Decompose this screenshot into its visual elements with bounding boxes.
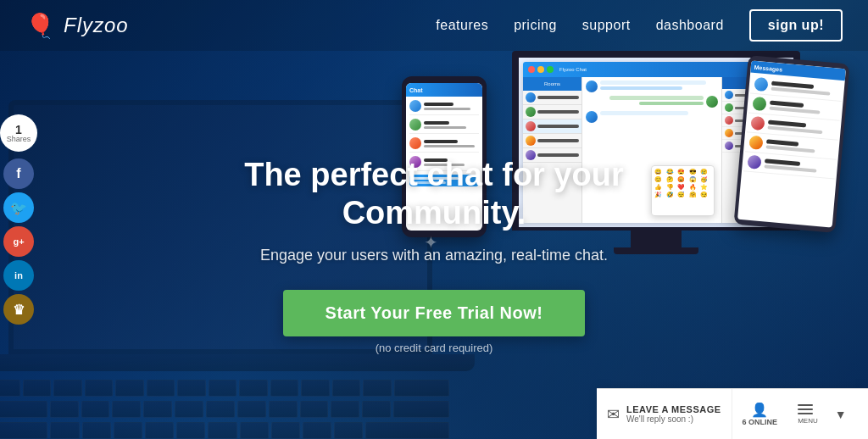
widget-chevron-button[interactable]: ▼ [828, 408, 854, 421]
nav-pricing[interactable]: pricing [514, 18, 557, 33]
widget-online-section: 👤 6 ONLINE [732, 402, 788, 426]
nav-links: features pricing support dashboard sign … [436, 9, 843, 42]
online-count: 6 ONLINE [743, 418, 778, 426]
widget-menu-button[interactable]: MENU [787, 404, 828, 425]
cta-subtext: (no credit card required) [376, 342, 493, 354]
menu-line-2 [798, 408, 813, 410]
logo-text: Flyzoo [64, 14, 129, 37]
hero-content: The perfect chat for your Community. Eng… [0, 156, 868, 354]
cta-button[interactable]: Start Your Free Trial Now! [283, 290, 586, 336]
shares-badge: 1 Shares [0, 114, 37, 152]
shares-label: Shares [7, 136, 31, 143]
widget-subtitle: We'll reply soon :) [626, 414, 721, 424]
signup-button[interactable]: sign up! [749, 9, 843, 42]
widget-message-section[interactable]: ✉ LEAVE A MESSAGE We'll reply soon :) [597, 389, 732, 439]
chat-widget: ✉ LEAVE A MESSAGE We'll reply soon :) 👤 … [597, 388, 868, 439]
social-sidebar: 1 Shares f 🐦 g+ in ♛ [0, 114, 37, 325]
shares-count: 1 [15, 124, 22, 136]
envelope-icon: ✉ [607, 405, 620, 424]
navbar: 🎈 Flyzoo features pricing support dashbo… [0, 0, 868, 51]
widget-title: LEAVE A MESSAGE [626, 404, 721, 414]
person-icon: 👤 [751, 402, 768, 418]
logo-icon: 🎈 [25, 12, 55, 40]
nav-support[interactable]: support [582, 18, 631, 33]
facebook-button[interactable]: f [3, 158, 34, 189]
cta-area: Start Your Free Trial Now! (no credit ca… [170, 290, 698, 354]
logo[interactable]: 🎈 Flyzoo [25, 12, 129, 40]
nav-dashboard[interactable]: dashboard [656, 18, 724, 33]
menu-label: MENU [798, 417, 818, 425]
linkedin-button[interactable]: in [3, 260, 34, 291]
twitter-button[interactable]: 🐦 [3, 192, 34, 223]
menu-line-1 [798, 404, 813, 406]
gplus-button[interactable]: g+ [3, 226, 34, 257]
nav-features[interactable]: features [436, 18, 488, 33]
hero-subtitle: Engage your users with an amazing, real-… [170, 247, 698, 264]
crown-button[interactable]: ♛ [3, 294, 34, 325]
widget-text: LEAVE A MESSAGE We'll reply soon :) [626, 404, 721, 424]
hero-title: The perfect chat for your Community. [170, 156, 698, 233]
menu-line-3 [798, 413, 813, 414]
hero-section: 🎈 Flyzoo features pricing support dashbo… [0, 0, 868, 439]
